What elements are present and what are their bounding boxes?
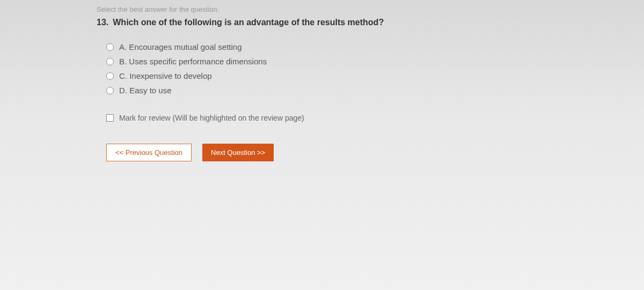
radio-icon[interactable] bbox=[106, 58, 114, 65]
options-list: A. Encourages mutual goal setting B. Use… bbox=[106, 42, 547, 95]
option-b[interactable]: B. Uses specific performance dimensions bbox=[106, 57, 547, 66]
instruction-text: Select the best answer for the question. bbox=[97, 5, 547, 13]
radio-icon[interactable] bbox=[106, 87, 114, 94]
option-label: C. Inexpensive to develop bbox=[119, 71, 212, 80]
quiz-container: Select the best answer for the question.… bbox=[0, 0, 644, 177]
option-c[interactable]: C. Inexpensive to develop bbox=[106, 71, 547, 80]
checkbox-icon[interactable] bbox=[106, 114, 114, 122]
question-row: 13. Which one of the following is an adv… bbox=[97, 18, 547, 27]
next-question-button[interactable]: Next Question >> bbox=[202, 144, 274, 161]
option-a[interactable]: A. Encourages mutual goal setting bbox=[106, 42, 547, 51]
nav-buttons: << Previous Question Next Question >> bbox=[106, 144, 547, 161]
review-label: Mark for review (Will be highlighted on … bbox=[119, 114, 304, 122]
radio-icon[interactable] bbox=[106, 43, 114, 51]
option-label: D. Easy to use bbox=[119, 86, 172, 95]
question-number: 13. bbox=[97, 18, 108, 27]
radio-icon[interactable] bbox=[106, 72, 114, 80]
option-label: A. Encourages mutual goal setting bbox=[119, 42, 242, 51]
previous-question-button[interactable]: << Previous Question bbox=[106, 144, 192, 161]
option-d[interactable]: D. Easy to use bbox=[106, 86, 547, 95]
question-text: Which one of the following is an advanta… bbox=[113, 18, 384, 27]
option-label: B. Uses specific performance dimensions bbox=[119, 57, 267, 66]
mark-for-review[interactable]: Mark for review (Will be highlighted on … bbox=[106, 114, 547, 122]
